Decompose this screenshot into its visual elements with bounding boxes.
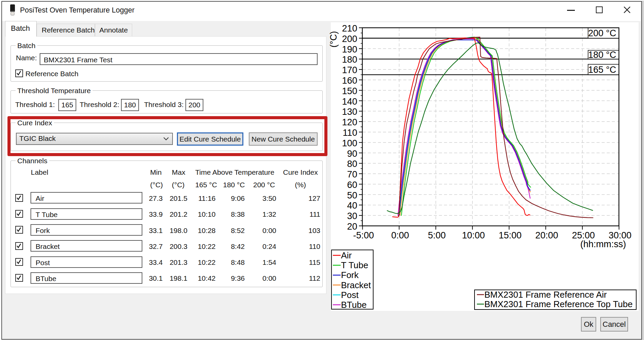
svg-text:210: 210	[342, 23, 357, 34]
svg-text:50: 50	[347, 190, 357, 200]
svg-text:Bracket: Bracket	[341, 280, 371, 290]
svg-text:180 °C: 180 °C	[588, 50, 616, 60]
svg-text:140: 140	[342, 97, 357, 107]
svg-text:130: 130	[342, 107, 357, 117]
svg-text:40: 40	[347, 200, 357, 211]
svg-text:Post: Post	[341, 290, 359, 300]
svg-text:Air: Air	[341, 250, 352, 260]
svg-text:180: 180	[342, 55, 357, 65]
svg-text:(°C): (°C)	[328, 31, 339, 47]
svg-text:190: 190	[342, 44, 357, 55]
svg-text:(hh:mm:ss): (hh:mm:ss)	[580, 239, 626, 249]
svg-text:165 °C: 165 °C	[588, 65, 616, 75]
svg-text:200: 200	[342, 34, 357, 44]
svg-text:15:00: 15:00	[499, 230, 522, 240]
svg-text:150: 150	[342, 86, 357, 96]
svg-text:70: 70	[347, 169, 357, 179]
svg-text:60: 60	[347, 180, 357, 190]
svg-text:-5:00: -5:00	[353, 230, 374, 240]
svg-text:BMX2301 Frame Reference Top Tu: BMX2301 Frame Reference Top Tube	[484, 299, 632, 309]
svg-text:0:00: 0:00	[391, 230, 409, 240]
svg-text:5:00: 5:00	[428, 230, 446, 240]
svg-text:Fork: Fork	[341, 270, 359, 280]
svg-text:200 °C: 200 °C	[588, 28, 616, 38]
svg-text:T Tube: T Tube	[341, 260, 368, 270]
svg-text:100: 100	[342, 138, 357, 148]
svg-text:160: 160	[342, 76, 357, 86]
svg-text:BTube: BTube	[341, 300, 367, 310]
svg-text:30: 30	[347, 211, 357, 221]
svg-text:170: 170	[342, 65, 357, 75]
svg-text:90: 90	[347, 149, 357, 159]
svg-text:10:00: 10:00	[462, 230, 485, 240]
svg-text:80: 80	[347, 159, 357, 169]
svg-text:20:00: 20:00	[535, 230, 558, 240]
svg-text:110: 110	[343, 128, 357, 138]
svg-text:BMX2301 Frame Reference Air: BMX2301 Frame Reference Air	[484, 290, 607, 300]
svg-text:120: 120	[342, 117, 357, 127]
